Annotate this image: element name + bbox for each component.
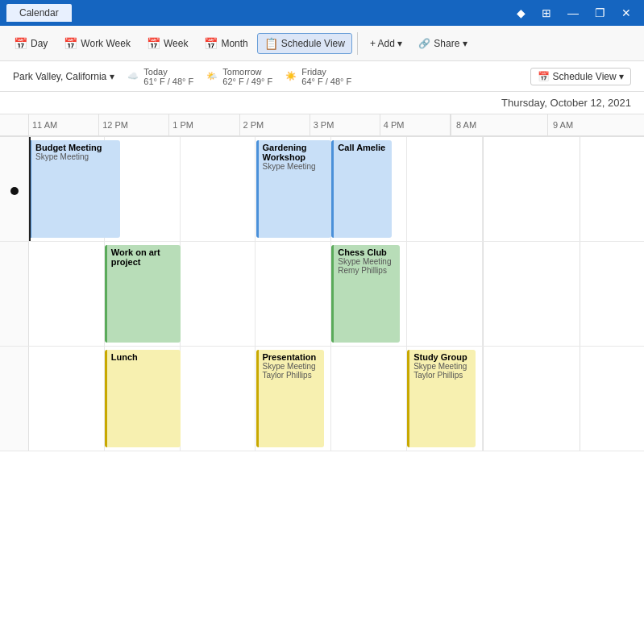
- month-label: Month: [221, 38, 247, 49]
- time-cell-1-3: [256, 242, 331, 346]
- tomorrow-weather-info: Tomorrow 62° F / 49° F: [222, 67, 272, 86]
- right-section-header-9am: 9 AM: [547, 114, 644, 135]
- schedule-view-icon: 📋: [264, 37, 278, 50]
- event-subtitle-presentation: Skype Meeting: [263, 362, 320, 371]
- event-presentation[interactable]: PresentationSkype MeetingTaylor Phillips: [256, 350, 324, 447]
- event-call-amelie[interactable]: Call Amelie: [331, 140, 392, 238]
- week-button[interactable]: 📅 Week: [139, 33, 195, 54]
- title-bar-tab[interactable]: Calendar: [6, 4, 72, 22]
- diamond-icon: ◆: [510, 5, 532, 21]
- right-section-header-8am: 8 AM: [451, 114, 547, 135]
- row-label-0: [0, 137, 29, 241]
- month-button[interactable]: 📅 Month: [197, 33, 255, 54]
- tomorrow-weather-icon: 🌤️: [206, 71, 218, 81]
- row-timeline-1: Work on art projectChess ClubSkype Meeti…: [29, 242, 483, 346]
- today-weather-icon: ☁️: [127, 71, 139, 81]
- work-week-label: Work Week: [81, 38, 131, 49]
- event-title-study-group: Study Group: [413, 352, 471, 362]
- close-button[interactable]: ✕: [615, 5, 638, 21]
- calendar-rows: Budget MeetingSkype MeetingGardening Wor…: [0, 137, 644, 644]
- schedule-view-button[interactable]: 📋 Schedule View: [257, 33, 352, 54]
- time-cell-1-0: [29, 242, 105, 346]
- event-title-call-amelie: Call Amelie: [338, 143, 388, 152]
- event-subtitle-gardening-workshop: Skype Meeting: [263, 162, 328, 171]
- work-week-button[interactable]: 📅 Work Week: [56, 33, 138, 54]
- calendar-row-2: LunchPresentationSkype MeetingTaylor Phi…: [0, 347, 644, 451]
- today-weather: ☁️ Today 61° F / 48° F: [127, 67, 193, 86]
- time-cell-0-5: [407, 137, 483, 241]
- time-indicator-line: [29, 137, 31, 241]
- right-cell-9am-1: [580, 242, 644, 346]
- calendar-row-1: Work on art projectChess ClubSkype Meeti…: [0, 242, 644, 347]
- event-lunch[interactable]: Lunch: [105, 350, 181, 447]
- time-cell-1-5: [407, 242, 483, 346]
- time-cell-0-2: [181, 137, 256, 241]
- right-cell-9am-2: [580, 347, 644, 451]
- event-subtitle-presentation: Taylor Phillips: [263, 371, 320, 380]
- share-button[interactable]: 🔗 Share ▾: [411, 34, 474, 53]
- timeline-slots: 11 AM12 PM1 PM2 PM3 PM4 PM: [29, 114, 451, 135]
- tomorrow-temp: 62° F / 49° F: [222, 77, 272, 86]
- event-study-group[interactable]: Study GroupSkype MeetingTaylor Phillips: [407, 350, 475, 447]
- event-title-chess-club: Chess Club: [338, 247, 395, 257]
- week-icon: 📅: [147, 37, 160, 50]
- event-title-work-on-art: Work on art project: [111, 247, 177, 267]
- today-temp: 61° F / 48° F: [143, 77, 193, 86]
- add-button[interactable]: + Add ▾: [363, 34, 409, 53]
- minimize-button[interactable]: —: [561, 5, 585, 21]
- time-label-spacer: [0, 114, 29, 135]
- event-gardening-workshop[interactable]: Gardening WorkshopSkype Meeting: [256, 140, 332, 238]
- ribbon-separator-1: [357, 32, 358, 55]
- event-subtitle-budget-meeting: Skype Meeting: [35, 152, 116, 161]
- view-selector[interactable]: 📅 Schedule View ▾: [530, 68, 632, 85]
- tomorrow-label: Tomorrow: [222, 67, 272, 77]
- time-cell-2-2: [181, 347, 256, 451]
- friday-temp: 64° F / 48° F: [301, 77, 351, 86]
- event-subtitle-chess-club: Skype Meeting: [338, 257, 395, 266]
- weather-bar: Park Valley, California ▾ ☁️ Today 61° F…: [0, 61, 644, 92]
- timeline-header: 11 AM12 PM1 PM2 PM3 PM4 PM 8 AM 9 AM: [0, 114, 644, 137]
- location-text: Park Valley, California: [13, 71, 106, 82]
- work-week-icon: 📅: [64, 37, 77, 50]
- title-bar-controls: ◆ ⊞ — ❐ ✕: [510, 5, 638, 21]
- day-icon: 📅: [14, 37, 27, 50]
- schedule-view-label: Schedule View: [281, 38, 345, 49]
- time-slot-header-0: 11 AM: [29, 114, 99, 135]
- event-subtitle-chess-club: Remy Phillips: [338, 266, 395, 275]
- right-cell-8am-2: [483, 347, 580, 451]
- event-budget-meeting[interactable]: Budget MeetingSkype Meeting: [29, 140, 120, 238]
- day-button[interactable]: 📅 Day: [6, 33, 55, 54]
- month-icon: 📅: [204, 37, 218, 50]
- row-label-2: [0, 347, 29, 451]
- time-slot-header-2: 1 PM: [169, 114, 239, 135]
- event-work-on-art[interactable]: Work on art project: [105, 245, 181, 343]
- right-cell-8am-1: [483, 242, 580, 346]
- time-slot-header-1: 12 PM: [99, 114, 169, 135]
- location-selector[interactable]: Park Valley, California ▾: [13, 71, 114, 82]
- friday-weather-info: Friday 64° F / 48° F: [301, 67, 351, 86]
- view-selector-label: Schedule View ▾: [553, 71, 625, 82]
- right-cell-8am-0: [483, 137, 580, 241]
- event-title-presentation: Presentation: [263, 352, 320, 362]
- week-label: Week: [164, 38, 188, 49]
- share-label: Share ▾: [434, 38, 467, 49]
- today-weather-info: Today 61° F / 48° F: [143, 67, 193, 86]
- event-title-gardening-workshop: Gardening Workshop: [263, 143, 328, 162]
- row-label-1: [0, 242, 29, 346]
- time-slot-header-3: 2 PM: [240, 114, 310, 135]
- row-timeline-2: LunchPresentationSkype MeetingTaylor Phi…: [29, 347, 483, 451]
- location-arrow-icon: ▾: [110, 71, 114, 82]
- add-label: + Add ▾: [370, 38, 402, 49]
- time-cell-2-4: [331, 347, 407, 451]
- event-title-budget-meeting: Budget Meeting: [35, 143, 116, 152]
- calendar-grid-icon: 📅: [538, 71, 550, 82]
- time-cell-2-0: [29, 347, 105, 451]
- today-label: Today: [143, 67, 193, 77]
- friday-weather-icon: ☀️: [285, 71, 297, 81]
- time-slot-header-4: 3 PM: [310, 114, 380, 135]
- row-timeline-0: Budget MeetingSkype MeetingGardening Wor…: [29, 137, 483, 241]
- restore-button[interactable]: ❐: [588, 5, 612, 21]
- event-chess-club[interactable]: Chess ClubSkype MeetingRemy Phillips: [331, 245, 399, 343]
- date-header-text: Thursday, October 12, 2021: [501, 97, 631, 109]
- grid-icon: ⊞: [535, 5, 558, 21]
